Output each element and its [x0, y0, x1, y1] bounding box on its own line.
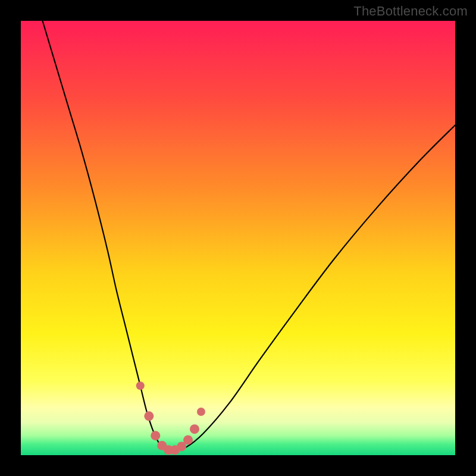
marker-point [151, 431, 160, 440]
plot-area [21, 21, 455, 455]
marker-point [136, 381, 145, 390]
highlight-markers [136, 381, 205, 455]
marker-point [183, 435, 193, 444]
chart-frame: TheBottleneck.com [0, 0, 476, 476]
curve-layer [21, 21, 455, 455]
marker-point [197, 408, 205, 416]
marker-point [190, 424, 199, 434]
marker-point [144, 411, 154, 421]
watermark-label: TheBottleneck.com [353, 4, 468, 19]
bottleneck-curve [43, 21, 456, 451]
